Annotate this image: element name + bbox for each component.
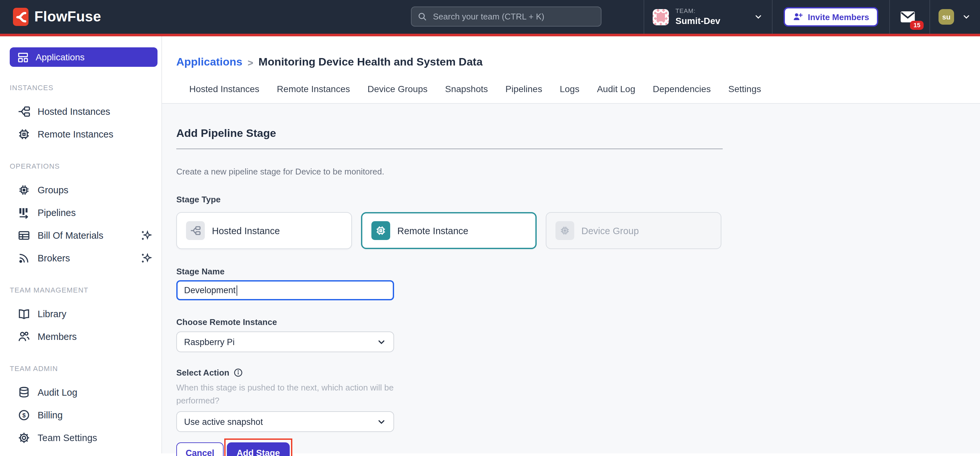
- tab-device-groups[interactable]: Device Groups: [368, 84, 428, 102]
- sidebar-item-pipelines[interactable]: Pipelines: [0, 202, 161, 224]
- notification-count-badge: 15: [910, 21, 924, 30]
- team-switcher[interactable]: TEAM: Sumit-Dev: [644, 0, 772, 34]
- tab-remote-instances[interactable]: Remote Instances: [277, 84, 350, 102]
- flowfuse-logo-icon: [13, 8, 29, 26]
- form-actions: Cancel Add Stage: [176, 442, 980, 456]
- flowfuse-logo[interactable]: FlowFuse: [13, 8, 101, 26]
- divider: [176, 148, 723, 149]
- bill-of-materials-icon: [18, 229, 30, 242]
- search-icon: [417, 12, 427, 21]
- choose-remote-instance-label: Choose Remote Instance: [176, 317, 980, 327]
- select-action-label: Select Action: [176, 368, 980, 378]
- sidebar-item-groups[interactable]: Groups: [0, 179, 161, 201]
- breadcrumb-chevron-icon: >: [248, 57, 253, 68]
- breadcrumb: Applications > Monitoring Device Health …: [176, 56, 980, 69]
- sidebar-item-team-settings[interactable]: Team Settings: [0, 427, 161, 449]
- sidebar-item-library[interactable]: Library: [0, 303, 161, 325]
- chevron-down-icon: [377, 417, 386, 426]
- sidebar: Applications INSTANCES Hosted Instances: [0, 36, 162, 453]
- remote-instances-icon: [18, 128, 30, 141]
- invite-members-button[interactable]: Invite Members: [784, 7, 878, 27]
- tab-settings[interactable]: Settings: [728, 84, 761, 102]
- sidebar-item-billing[interactable]: $ Billing: [0, 404, 161, 426]
- select-action-help: When this stage is pushed to the next, w…: [176, 381, 410, 407]
- brand-name: FlowFuse: [34, 8, 101, 25]
- main-content: Applications > Monitoring Device Health …: [162, 36, 980, 453]
- info-icon[interactable]: [233, 368, 243, 378]
- gear-icon: [18, 431, 30, 444]
- sidebar-item-remote-instances[interactable]: Remote Instances: [0, 123, 161, 145]
- sidebar-item-applications[interactable]: Applications: [10, 47, 158, 67]
- sidebar-section-operations: OPERATIONS: [10, 162, 161, 170]
- sidebar-item-bill-of-materials[interactable]: Bill Of Materials: [0, 225, 161, 247]
- add-stage-button[interactable]: Add Stage: [227, 442, 290, 456]
- header-right-cluster: TEAM: Sumit-Dev Inv: [644, 0, 980, 34]
- sidebar-item-hosted-instances[interactable]: Hosted Instances: [0, 100, 161, 123]
- action-select[interactable]: Use active snapshot: [176, 411, 394, 432]
- top-navbar: FlowFuse TEAM: Sumit-Dev: [0, 0, 980, 36]
- user-menu[interactable]: su: [930, 0, 980, 34]
- tab-logs[interactable]: Logs: [560, 84, 579, 102]
- hosted-instance-icon: [186, 221, 205, 240]
- search-input[interactable]: [432, 11, 595, 22]
- sidebar-section-instances: INSTANCES: [10, 84, 161, 91]
- device-group-icon: [555, 221, 574, 240]
- team-name: Sumit-Dev: [675, 16, 720, 26]
- remote-instance-icon: [371, 221, 390, 240]
- chevron-down-icon: [377, 337, 386, 347]
- form-description: Create a new pipeline stage for Device t…: [176, 167, 980, 177]
- tab-dependencies[interactable]: Dependencies: [653, 84, 711, 102]
- audit-log-icon: [18, 386, 30, 399]
- app-window: FlowFuse TEAM: Sumit-Dev: [0, 0, 980, 456]
- sidebar-item-brokers[interactable]: Brokers: [0, 247, 161, 269]
- tab-pipelines[interactable]: Pipelines: [506, 84, 542, 102]
- tab-audit-log[interactable]: Audit Log: [597, 84, 635, 102]
- tab-snapshots[interactable]: Snapshots: [445, 84, 488, 102]
- team-label: TEAM:: [675, 8, 720, 14]
- page-title: Monitoring Device Health and System Data: [259, 56, 483, 69]
- ai-sparkle-icon: [141, 230, 152, 241]
- sidebar-item-audit-log[interactable]: Audit Log: [0, 381, 161, 403]
- hosted-instances-icon: [18, 105, 30, 118]
- form-title: Add Pipeline Stage: [176, 127, 980, 140]
- sidebar-section-team-management: TEAM MANAGEMENT: [10, 286, 161, 294]
- add-pipeline-stage-form: Add Pipeline Stage Create a new pipeline…: [162, 104, 980, 456]
- stage-type-hosted-instance[interactable]: Hosted Instance: [176, 212, 352, 249]
- stage-type-remote-instance[interactable]: Remote Instance: [361, 212, 537, 249]
- stage-name-input[interactable]: Development: [176, 280, 394, 300]
- brokers-icon: [18, 252, 30, 265]
- remote-instance-select[interactable]: Raspberry Pi: [176, 332, 394, 352]
- billing-icon: $: [18, 409, 30, 422]
- stage-type-options: Hosted Instance Remote Instance: [176, 212, 980, 249]
- tab-hosted-instances[interactable]: Hosted Instances: [189, 84, 259, 102]
- notifications-button[interactable]: 15: [890, 0, 929, 34]
- cancel-button[interactable]: Cancel: [176, 442, 224, 456]
- user-avatar: su: [939, 9, 954, 25]
- page-header: Applications > Monitoring Device Health …: [162, 36, 980, 104]
- sidebar-section-team-admin: TEAM ADMIN: [10, 365, 161, 372]
- stage-type-device-group: Device Group: [546, 212, 721, 249]
- applications-icon: [17, 51, 29, 63]
- ai-sparkle-icon: [141, 252, 152, 264]
- members-icon: [18, 330, 30, 343]
- sidebar-item-members[interactable]: Members: [0, 325, 161, 348]
- invite-user-icon: [793, 12, 803, 22]
- pipelines-icon: [18, 206, 30, 219]
- groups-icon: [18, 183, 30, 196]
- team-search[interactable]: [411, 6, 601, 27]
- application-tabs: Hosted Instances Remote Instances Device…: [189, 84, 980, 102]
- stage-name-label: Stage Name: [176, 266, 980, 276]
- breadcrumb-applications-link[interactable]: Applications: [176, 56, 242, 69]
- chevron-down-icon: [962, 12, 971, 21]
- svg-text:$: $: [22, 412, 25, 419]
- chevron-down-icon: [754, 12, 763, 21]
- stage-type-label: Stage Type: [176, 195, 980, 204]
- text-cursor: [236, 285, 237, 295]
- team-avatar: [653, 9, 669, 25]
- library-icon: [18, 308, 30, 320]
